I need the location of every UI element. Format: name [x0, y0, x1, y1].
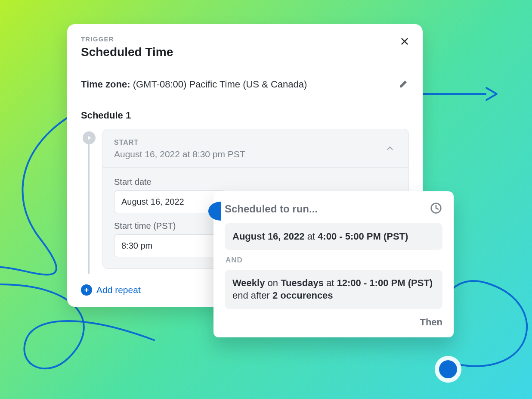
then-label: Then — [420, 317, 442, 328]
pencil-icon — [399, 78, 409, 89]
entry2-occ: 2 occurences — [272, 290, 333, 301]
timezone-label: Time zone: — [81, 79, 130, 90]
collapse-toggle[interactable] — [383, 141, 397, 157]
and-label: AND — [226, 256, 442, 265]
plus-icon: + — [81, 284, 92, 296]
entry2-end: end after — [232, 290, 272, 301]
entry2-day: Tuesdays — [281, 277, 324, 288]
timeline-start-node — [83, 131, 96, 144]
start-summary: August 16, 2022 at 8:30 pm PST — [114, 149, 245, 159]
start-time-input[interactable]: 8:30 pm — [114, 234, 226, 257]
clock-icon — [430, 202, 442, 216]
entry1-time: 4:00 - 5:00 PM (PST) — [318, 231, 408, 242]
popover-title: Scheduled to run... — [225, 203, 318, 215]
schedule-entry-1: August 16, 2022 at 4:00 - 5:00 PM (PST) — [225, 223, 442, 250]
eyebrow-label: TRIGGER — [81, 35, 409, 43]
entry2-weekly: Weekly — [232, 277, 265, 288]
entry1-date: August 16, 2022 — [232, 231, 305, 242]
schedule-title: Schedule 1 — [81, 110, 409, 121]
close-button[interactable] — [397, 34, 412, 49]
entry1-at: at — [305, 231, 318, 242]
start-eyebrow: START — [114, 139, 245, 147]
timezone-value: (GMT-08:00) Pacific Time (US & Canada) — [133, 79, 307, 90]
entry2-time: 12:00 - 1:00 PM (PST) — [337, 277, 433, 288]
popover-pointer — [206, 202, 221, 221]
card-title: Scheduled Time — [81, 45, 409, 59]
entry2-at: at — [324, 277, 337, 288]
entry2-on: on — [265, 277, 281, 288]
card-header: TRIGGER Scheduled Time — [67, 24, 423, 67]
start-date-label: Start date — [114, 177, 397, 187]
timezone-row: Time zone: (GMT-08:00) Pacific Time (US … — [67, 67, 423, 102]
add-repeat-label: Add repeat — [96, 285, 141, 295]
schedule-summary-popover: Scheduled to run... August 16, 2022 at 4… — [213, 191, 454, 337]
schedule-entry-2: Weekly on Tuesdays at 12:00 - 1:00 PM (P… — [225, 270, 442, 309]
flow-node-icon — [439, 360, 457, 378]
play-icon — [86, 135, 92, 141]
chevron-up-icon — [385, 143, 395, 153]
edit-timezone-button[interactable] — [399, 78, 409, 90]
close-icon — [400, 37, 409, 46]
start-block-header[interactable]: START August 16, 2022 at 8:30 pm PST — [103, 129, 408, 167]
timezone-text: Time zone: (GMT-08:00) Pacific Time (US … — [81, 79, 307, 90]
